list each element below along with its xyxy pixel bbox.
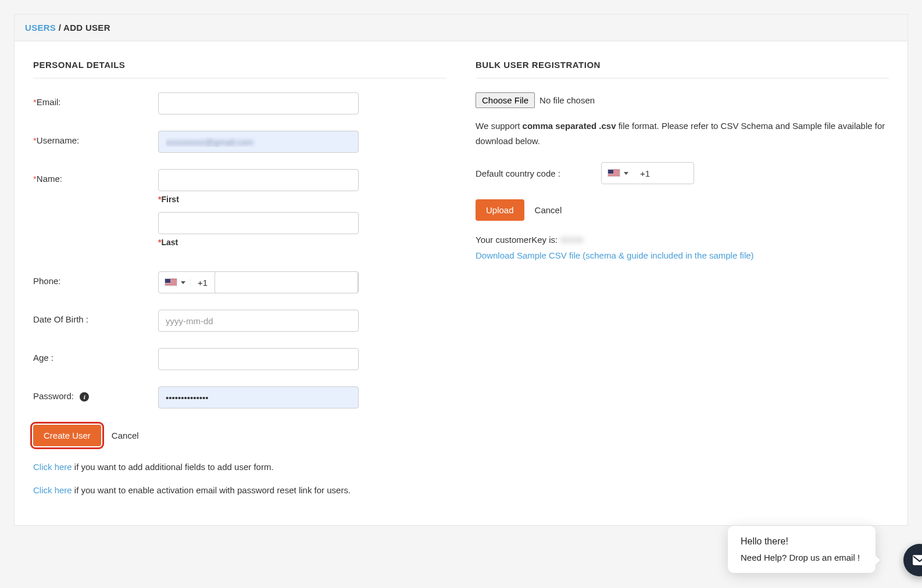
breadcrumb: USERS / ADD USER xyxy=(15,15,907,41)
phone-code: +1 xyxy=(191,278,215,288)
default-country-code-label: Default country code : xyxy=(476,168,560,178)
phone-label: Phone: xyxy=(33,271,158,286)
password-input[interactable] xyxy=(158,386,359,408)
support-format-text: We support comma separated .csv file for… xyxy=(476,119,889,148)
bulk-registration-title: BULK USER REGISTRATION xyxy=(476,60,889,78)
customer-key-value: XXXX xyxy=(560,235,583,245)
name-label: *Name: xyxy=(33,169,158,184)
personal-details-section: PERSONAL DETAILS *Email: *Username: *Nam… xyxy=(33,60,446,507)
help-activation-email: Click here if you want to enable activat… xyxy=(33,483,446,497)
cc-code: +1 xyxy=(633,168,657,178)
chevron-down-icon xyxy=(624,172,628,175)
default-country-code-input: +1 xyxy=(601,162,694,184)
first-name-input[interactable] xyxy=(158,169,359,191)
chat-greeting: Hello there! xyxy=(741,536,863,540)
dob-label: Date Of Birth : xyxy=(33,310,158,324)
password-label: Password: i xyxy=(33,386,158,401)
username-input[interactable] xyxy=(158,131,359,153)
username-label: *Username: xyxy=(33,131,158,145)
file-status: No file chosen xyxy=(539,95,595,105)
last-name-sublabel: *Last xyxy=(158,238,359,247)
age-input[interactable] xyxy=(158,348,359,370)
choose-file-button[interactable]: Choose File xyxy=(476,92,535,108)
flag-us-icon xyxy=(165,278,177,286)
customer-key-line: Your customerKey is: XXXX xyxy=(476,235,889,245)
phone-number-input[interactable] xyxy=(215,271,358,293)
phone-country-select[interactable] xyxy=(159,278,191,286)
breadcrumb-sep: / xyxy=(56,23,63,33)
bulk-registration-section: BULK USER REGISTRATION Choose File No fi… xyxy=(476,60,889,507)
click-here-additional-fields[interactable]: Click here xyxy=(33,462,72,472)
breadcrumb-current: ADD USER xyxy=(63,23,110,33)
create-user-button[interactable]: Create User xyxy=(33,425,101,446)
last-name-input[interactable] xyxy=(158,212,359,234)
flag-us-icon xyxy=(607,169,620,177)
phone-input-wrapper: +1 xyxy=(158,271,359,293)
chevron-down-icon xyxy=(181,281,185,284)
breadcrumb-users-link[interactable]: USERS xyxy=(25,23,56,33)
info-icon[interactable]: i xyxy=(80,392,89,401)
cc-country-select[interactable] xyxy=(602,169,633,177)
personal-details-title: PERSONAL DETAILS xyxy=(33,60,446,78)
age-label: Age : xyxy=(33,348,158,363)
help-additional-fields: Click here if you want to add additional… xyxy=(33,460,446,474)
click-here-activation-email[interactable]: Click here xyxy=(33,485,72,495)
download-sample-csv-link[interactable]: Download Sample CSV file (schema & guide… xyxy=(476,250,754,260)
email-input[interactable] xyxy=(158,92,359,114)
dob-input[interactable] xyxy=(158,310,359,332)
upload-button[interactable]: Upload xyxy=(476,199,524,221)
cancel-button[interactable]: Cancel xyxy=(112,431,139,440)
chat-popup: Hello there! Need Help? Drop us an email… xyxy=(728,526,875,540)
first-name-sublabel: *First xyxy=(158,195,359,204)
email-label: *Email: xyxy=(33,92,158,107)
bulk-cancel-button[interactable]: Cancel xyxy=(535,205,562,215)
